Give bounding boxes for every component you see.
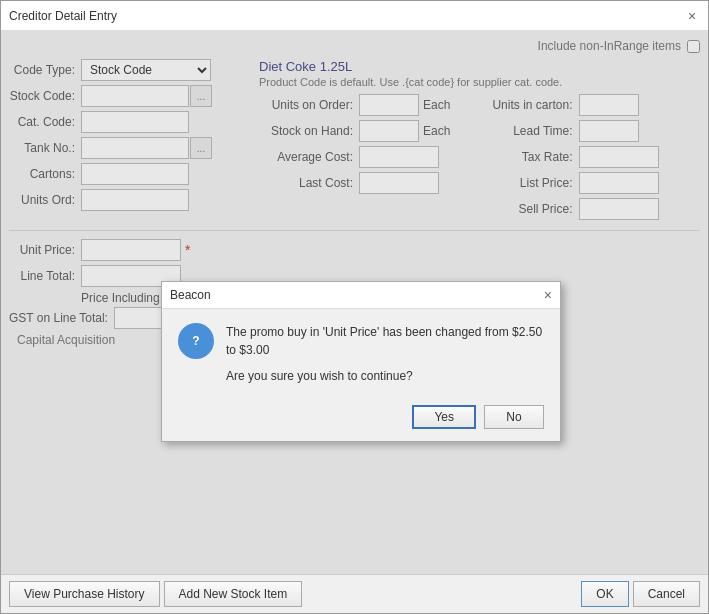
- dialog-no-button[interactable]: No: [484, 405, 544, 429]
- add-new-stock-item-button[interactable]: Add New Stock Item: [164, 581, 303, 607]
- title-bar: Creditor Detail Entry ×: [1, 1, 708, 31]
- bottom-bar: View Purchase History Add New Stock Item…: [1, 574, 708, 613]
- bottom-left-buttons: View Purchase History Add New Stock Item: [9, 581, 302, 607]
- window-close-button[interactable]: ×: [684, 8, 700, 24]
- ok-button[interactable]: OK: [581, 581, 628, 607]
- dialog-info-icon: ?: [178, 323, 214, 359]
- dialog-yes-button[interactable]: Yes: [412, 405, 476, 429]
- bottom-right-buttons: OK Cancel: [581, 581, 700, 607]
- dialog-body: ? The promo buy in 'Unit Price' has been…: [162, 309, 560, 397]
- dialog-title-text: Beacon: [170, 288, 211, 302]
- dialog-message: The promo buy in 'Unit Price' has been c…: [226, 323, 544, 359]
- modal-backdrop: Beacon × ? The promo buy in 'Unit Price'…: [1, 31, 708, 574]
- dialog-title-bar: Beacon ×: [162, 282, 560, 309]
- main-content: Include non-InRange items Code Type: Sto…: [1, 31, 708, 574]
- dialog-question: Are you sure you wish to continue?: [226, 369, 544, 383]
- cancel-button[interactable]: Cancel: [633, 581, 700, 607]
- dialog-text-area: The promo buy in 'Unit Price' has been c…: [226, 323, 544, 383]
- view-purchase-history-button[interactable]: View Purchase History: [9, 581, 160, 607]
- dialog-footer: Yes No: [162, 397, 560, 441]
- main-window: Creditor Detail Entry × Include non-InRa…: [0, 0, 709, 614]
- dialog-close-button[interactable]: ×: [544, 287, 552, 303]
- beacon-dialog: Beacon × ? The promo buy in 'Unit Price'…: [161, 281, 561, 442]
- window-title: Creditor Detail Entry: [9, 9, 117, 23]
